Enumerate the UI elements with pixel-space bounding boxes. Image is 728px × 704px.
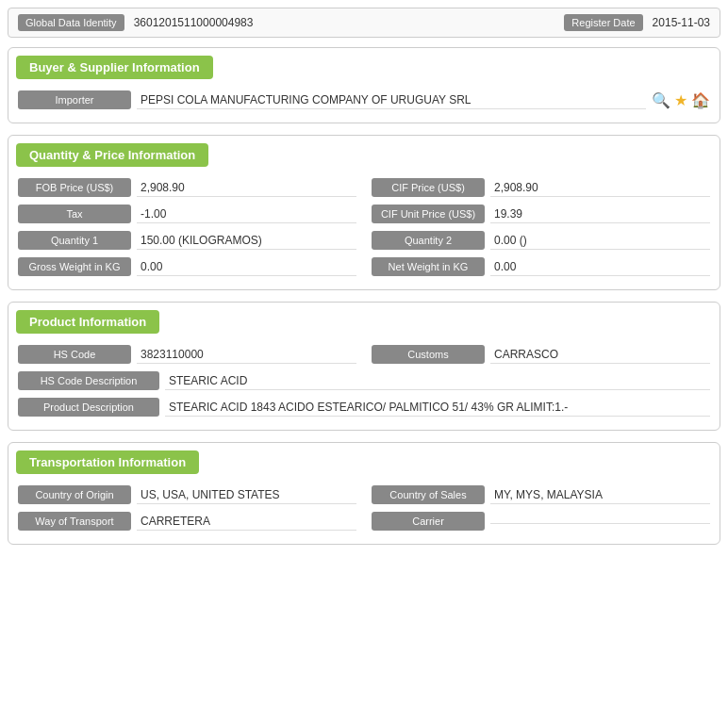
- gross-net-row: Gross Weight in KG 0.00 Net Weight in KG…: [8, 254, 720, 280]
- carrier-label: Carrier: [372, 512, 485, 531]
- carrier-pair: Carrier: [372, 512, 710, 531]
- origin-pair: Country of Origin US, USA, UNITED STATES: [18, 485, 356, 504]
- fob-cif-row: FOB Price (US$) 2,908.90 CIF Price (US$)…: [8, 174, 720, 201]
- qty1-pair: Quantity 1 150.00 (KILOGRAMOS): [18, 231, 356, 250]
- transportation-section: Transportation Information Country of Or…: [8, 442, 720, 545]
- importer-label: Importer: [18, 90, 131, 109]
- hs-label: HS Code: [18, 345, 131, 364]
- sales-pair: Country of Sales MY, MYS, MALAYSIA: [372, 485, 710, 504]
- global-data-value: 3601201511000004983: [134, 16, 555, 29]
- transport-pair: Way of Transport CARRETERA: [18, 512, 356, 531]
- gross-label: Gross Weight in KG: [18, 257, 131, 276]
- hs-desc-label: HS Code Description: [18, 371, 159, 390]
- search-icon[interactable]: 🔍: [652, 91, 670, 109]
- sales-value: MY, MYS, MALAYSIA: [490, 486, 710, 504]
- identity-bar: Global Data Identity 3601201511000004983…: [8, 8, 720, 38]
- origin-sales-row: Country of Origin US, USA, UNITED STATES…: [8, 482, 720, 508]
- fob-label: FOB Price (US$): [18, 178, 131, 197]
- quantity-price-title: Quantity & Price Information: [16, 143, 208, 167]
- qty2-value: 0.00 (): [490, 232, 710, 250]
- customs-label: Customs: [372, 345, 485, 364]
- importer-row: Importer PEPSI COLA MANUFACTURING COMPAN…: [8, 87, 720, 113]
- cif-unit-pair: CIF Unit Price (US$) 19.39: [372, 205, 710, 223]
- carrier-value: [490, 519, 710, 524]
- customs-value: CARRASCO: [490, 346, 710, 364]
- gross-pair: Gross Weight in KG 0.00: [18, 257, 356, 276]
- buyer-supplier-title: Buyer & Supplier Information: [16, 56, 213, 79]
- net-pair: Net Weight in KG 0.00: [372, 257, 710, 276]
- tax-pair: Tax -1.00: [18, 205, 356, 223]
- cif-unit-label: CIF Unit Price (US$): [372, 205, 485, 223]
- qty2-pair: Quantity 2 0.00 (): [372, 231, 710, 250]
- qty1-value: 150.00 (KILOGRAMOS): [137, 232, 356, 250]
- net-value: 0.00: [490, 258, 710, 276]
- origin-label: Country of Origin: [18, 485, 131, 504]
- hs-desc-value: STEARIC ACID: [165, 372, 710, 390]
- prod-desc-row: Product Description STEARIC ACID 1843 AC…: [8, 394, 720, 420]
- transport-carrier-row: Way of Transport CARRETERA Carrier: [8, 508, 720, 534]
- star-icon[interactable]: ★: [674, 91, 687, 109]
- hs-desc-row: HS Code Description STEARIC ACID: [8, 368, 720, 394]
- origin-value: US, USA, UNITED STATES: [137, 486, 356, 504]
- transport-label: Way of Transport: [18, 512, 131, 531]
- prod-desc-value: STEARIC ACID 1843 ACIDO ESTEARICO/ PALMI…: [165, 399, 710, 417]
- importer-value: PEPSI COLA MANUFACTURING COMPANY OF URUG…: [137, 91, 646, 109]
- hs-pair: HS Code 3823110000: [18, 345, 356, 364]
- cif-label: CIF Price (US$): [372, 178, 485, 197]
- qty2-label: Quantity 2: [372, 231, 485, 250]
- hs-customs-row: HS Code 3823110000 Customs CARRASCO: [8, 341, 720, 368]
- gross-value: 0.00: [137, 258, 356, 276]
- tax-label: Tax: [18, 205, 131, 223]
- tax-cifunit-row: Tax -1.00 CIF Unit Price (US$) 19.39: [8, 201, 720, 227]
- transportation-title: Transportation Information: [16, 450, 199, 474]
- prod-desc-label: Product Description: [18, 398, 159, 417]
- buyer-supplier-section: Buyer & Supplier Information Importer PE…: [8, 47, 720, 123]
- customs-pair: Customs CARRASCO: [372, 345, 710, 364]
- action-icons: 🔍 ★ 🏠: [652, 91, 710, 109]
- quantity-price-section: Quantity & Price Information FOB Price (…: [8, 135, 720, 290]
- fob-value: 2,908.90: [137, 179, 356, 197]
- register-date-label: Register Date: [564, 14, 642, 31]
- net-label: Net Weight in KG: [372, 257, 485, 276]
- tax-value: -1.00: [137, 205, 356, 223]
- sales-label: Country of Sales: [372, 485, 485, 504]
- product-title: Product Information: [16, 310, 159, 334]
- cif-value: 2,908.90: [490, 179, 710, 197]
- transport-value: CARRETERA: [137, 513, 356, 531]
- cif-pair: CIF Price (US$) 2,908.90: [372, 178, 710, 197]
- qty1-label: Quantity 1: [18, 231, 131, 250]
- qty1-qty2-row: Quantity 1 150.00 (KILOGRAMOS) Quantity …: [8, 227, 720, 254]
- fob-pair: FOB Price (US$) 2,908.90: [18, 178, 356, 197]
- global-data-label: Global Data Identity: [18, 14, 124, 31]
- register-date-value: 2015-11-03: [653, 16, 710, 29]
- home-icon[interactable]: 🏠: [691, 91, 710, 109]
- hs-value: 3823110000: [137, 346, 356, 364]
- product-section: Product Information HS Code 3823110000 C…: [8, 302, 720, 431]
- cif-unit-value: 19.39: [490, 205, 710, 223]
